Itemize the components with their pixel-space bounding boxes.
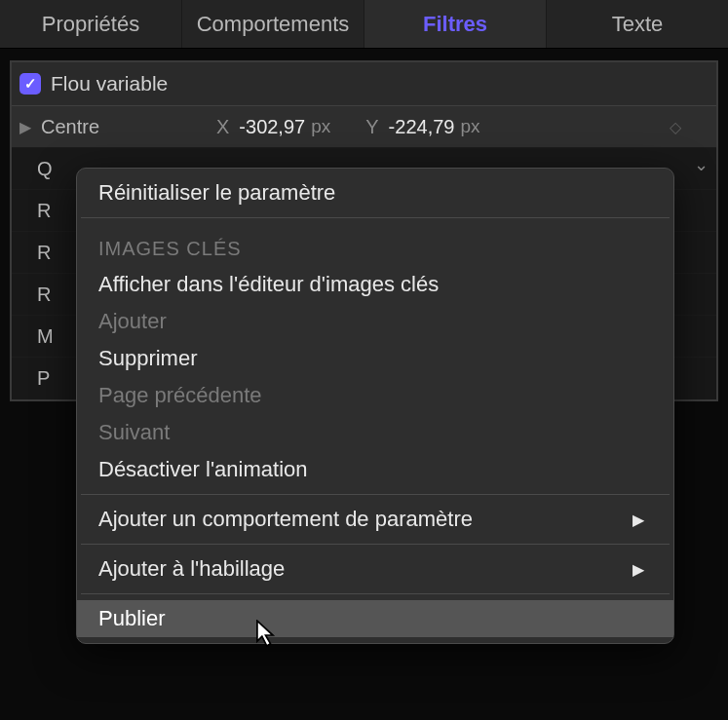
- menu-item-reset[interactable]: Réinitialiser le paramètre: [77, 174, 673, 211]
- menu-item-show-editor[interactable]: Afficher dans l'éditeur d'images clés: [77, 266, 673, 303]
- menu-item-add: Ajouter: [77, 303, 673, 340]
- tab-text[interactable]: Texte: [547, 0, 728, 48]
- menu-separator: [81, 593, 670, 594]
- coord-x-label: X: [216, 116, 229, 138]
- chevron-down-icon[interactable]: ⌄: [694, 154, 709, 175]
- filter-header[interactable]: ✓ Flou variable: [12, 62, 716, 106]
- menu-item-next: Suivant: [77, 414, 673, 451]
- disclosure-triangle-icon[interactable]: ▶: [19, 118, 31, 136]
- menu-item-add-behavior[interactable]: Ajouter un comportement de paramètre ▶: [77, 501, 673, 538]
- menu-item-delete[interactable]: Supprimer: [77, 340, 673, 377]
- menu-item-disable-animation[interactable]: Désactiver l'animation: [77, 451, 673, 488]
- coord-x-value[interactable]: -302,97: [239, 116, 305, 138]
- keyframe-diamond-icon[interactable]: ◇: [670, 118, 681, 136]
- submenu-arrow-icon: ▶: [632, 560, 644, 579]
- menu-item-label: Ajouter un comportement de paramètre: [98, 507, 473, 532]
- tab-bar: Propriétés Comportements Filtres Texte: [0, 0, 728, 49]
- tab-behaviors[interactable]: Comportements: [182, 0, 364, 48]
- menu-item-add-to-rig[interactable]: Ajouter à l'habillage ▶: [77, 550, 673, 587]
- filter-name-label: Flou variable: [51, 72, 168, 95]
- coord-y-label: Y: [365, 116, 378, 138]
- submenu-arrow-icon: ▶: [632, 511, 644, 529]
- param-row-center[interactable]: ▶ Centre X -302,97 px Y -224,79 px ◇: [12, 106, 716, 148]
- coord-y-unit: px: [460, 116, 479, 137]
- menu-separator: [81, 494, 670, 495]
- menu-separator: [81, 544, 670, 545]
- menu-item-publish[interactable]: Publier: [77, 600, 673, 637]
- menu-separator: [81, 217, 670, 218]
- menu-item-previous: Page précédente: [77, 377, 673, 414]
- tab-filters[interactable]: Filtres: [364, 0, 547, 48]
- param-label-center: Centre: [41, 116, 216, 138]
- coord-y-value[interactable]: -224,79: [389, 116, 455, 138]
- tab-properties[interactable]: Propriétés: [0, 0, 182, 48]
- menu-item-label: Ajouter à l'habillage: [98, 556, 285, 582]
- filter-enable-checkbox[interactable]: ✓: [19, 73, 41, 95]
- menu-keyframes-header: IMAGES CLÉS: [77, 224, 673, 266]
- coord-x-unit: px: [311, 116, 330, 137]
- context-menu: Réinitialiser le paramètre IMAGES CLÉS A…: [76, 168, 674, 644]
